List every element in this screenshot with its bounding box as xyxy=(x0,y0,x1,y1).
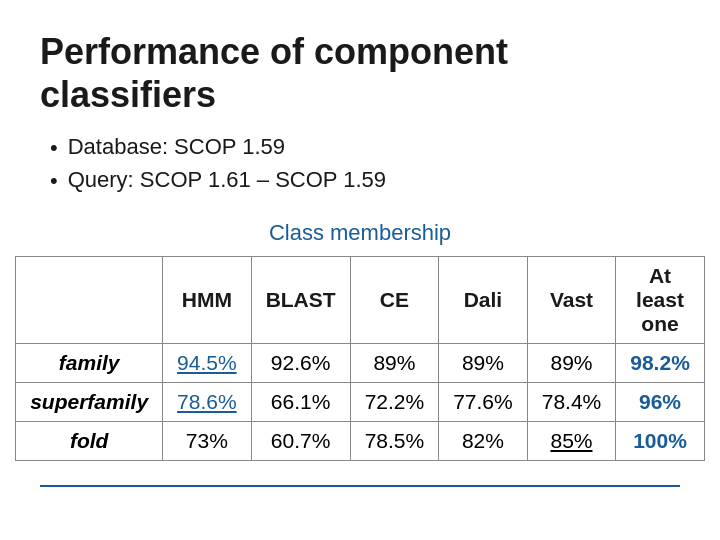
cell-r1-c5: 96% xyxy=(616,382,705,421)
cell-r1-c4: 78.4% xyxy=(527,382,616,421)
results-table: HMM BLAST CE Dali Vast At least one fami… xyxy=(15,256,705,461)
cell-r2-c1: 60.7% xyxy=(251,421,350,460)
bullet-item-2: • Query: SCOP 1.61 – SCOP 1.59 xyxy=(50,167,680,196)
table-wrapper: HMM BLAST CE Dali Vast At least one fami… xyxy=(40,256,680,461)
cell-r1-c0: 78.6% xyxy=(163,382,252,421)
cell-r0-c4: 89% xyxy=(527,343,616,382)
header-dali: Dali xyxy=(439,256,528,343)
bottom-divider xyxy=(40,485,680,487)
header-vast: Vast xyxy=(527,256,616,343)
cell-r1-c3: 77.6% xyxy=(439,382,528,421)
title: Performance of component classifiers xyxy=(40,30,680,116)
header-hmm: HMM xyxy=(163,256,252,343)
cell-r2-c3: 82% xyxy=(439,421,528,460)
cell-r0-c2: 89% xyxy=(350,343,439,382)
header-atleastone: At least one xyxy=(616,256,705,343)
cell-r2-c0: 73% xyxy=(163,421,252,460)
table-row: superfamily78.6%66.1%72.2%77.6%78.4%96% xyxy=(16,382,705,421)
row-label-2: fold xyxy=(16,421,163,460)
header-blast: BLAST xyxy=(251,256,350,343)
header-empty xyxy=(16,256,163,343)
cell-r0-c5: 98.2% xyxy=(616,343,705,382)
cell-r2-c2: 78.5% xyxy=(350,421,439,460)
row-label-0: family xyxy=(16,343,163,382)
bullet-list: • Database: SCOP 1.59 • Query: SCOP 1.61… xyxy=(50,134,680,195)
cell-r0-c1: 92.6% xyxy=(251,343,350,382)
table-header-row: HMM BLAST CE Dali Vast At least one xyxy=(16,256,705,343)
header-ce: CE xyxy=(350,256,439,343)
cell-r2-c5: 100% xyxy=(616,421,705,460)
bullet-item-1: • Database: SCOP 1.59 xyxy=(50,134,680,163)
bullet-dot-1: • xyxy=(50,134,58,163)
bullet-dot-2: • xyxy=(50,167,58,196)
cell-r0-c0: 94.5% xyxy=(163,343,252,382)
cell-r1-c2: 72.2% xyxy=(350,382,439,421)
row-label-1: superfamily xyxy=(16,382,163,421)
cell-r0-c3: 89% xyxy=(439,343,528,382)
cell-r1-c1: 66.1% xyxy=(251,382,350,421)
slide-container: Performance of component classifiers • D… xyxy=(40,30,680,487)
cell-r2-c4: 85% xyxy=(527,421,616,460)
table-row: fold73%60.7%78.5%82%85%100% xyxy=(16,421,705,460)
table-row: family94.5%92.6%89%89%89%98.2% xyxy=(16,343,705,382)
section-label: Class membership xyxy=(40,220,680,246)
